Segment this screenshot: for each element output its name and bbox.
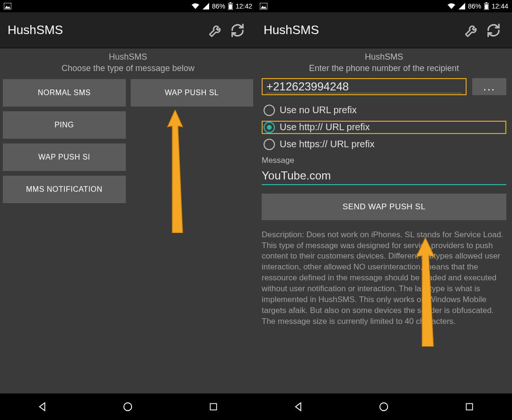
heading: HushSMS Choose the type of message below: [0, 48, 256, 79]
radio-label: Use http:// URL prefix: [280, 122, 370, 133]
status-bar: 86% 12:42: [0, 0, 256, 12]
battery-percent: 86%: [468, 2, 481, 10]
radio-no-prefix[interactable]: Use no URL prefix: [262, 104, 506, 117]
wap-push-sl-button[interactable]: WAP PUSH SL: [131, 79, 254, 107]
signal-icon: [459, 3, 465, 9]
heading-line1: HushSMS: [5, 51, 251, 63]
battery-icon: [228, 2, 233, 10]
home-button[interactable]: [109, 397, 147, 416]
heading-line1: HushSMS: [261, 51, 507, 63]
send-button[interactable]: SEND WAP PUSH SL: [262, 194, 506, 220]
svg-marker-17: [416, 238, 434, 347]
radio-label: Use https:// URL prefix: [280, 139, 374, 150]
contacts-button[interactable]: ...: [472, 78, 506, 95]
wrench-icon[interactable]: [461, 19, 483, 41]
phone-right: 86% 12:44 HushSMS HushSMS Enter the phon…: [256, 0, 512, 420]
wifi-icon: [191, 3, 200, 9]
ping-button[interactable]: PING: [3, 111, 126, 139]
svg-rect-16: [485, 4, 488, 9]
nav-bar: [0, 393, 256, 420]
phone-input[interactable]: [266, 80, 462, 93]
normal-sms-button[interactable]: NORMAL SMS: [3, 79, 126, 107]
refresh-icon[interactable]: [483, 19, 504, 41]
phone-input-highlight: [262, 78, 467, 95]
phone-left: 86% 12:42 HushSMS HushSMS Choose the typ…: [0, 0, 256, 420]
svg-marker-7: [168, 110, 183, 233]
clock: 12:42: [236, 2, 252, 10]
svg-marker-18: [296, 403, 301, 411]
wifi-icon: [447, 3, 456, 9]
radio-icon: [264, 139, 275, 150]
home-button[interactable]: [365, 397, 403, 416]
description-text: Description: Does not work on iPhones. S…: [262, 230, 506, 327]
radio-label: Use no URL prefix: [280, 105, 357, 116]
mms-notification-button[interactable]: MMS NOTIFICATION: [3, 176, 126, 203]
nav-bar: [256, 393, 512, 420]
action-bar: HushSMS: [256, 12, 512, 48]
radio-https-prefix[interactable]: Use https:// URL prefix: [262, 138, 506, 151]
svg-marker-1: [5, 6, 10, 9]
radio-http-prefix[interactable]: Use http:// URL prefix: [262, 121, 506, 134]
annotation-arrow: [415, 238, 436, 347]
svg-point-9: [124, 403, 132, 411]
heading-line2: Choose the type of message below: [5, 63, 251, 74]
svg-rect-5: [229, 4, 232, 9]
svg-marker-8: [40, 403, 45, 411]
app-title: HushSMS: [8, 23, 205, 37]
clock: 12:44: [492, 2, 508, 10]
svg-rect-10: [210, 403, 216, 410]
radio-icon: [264, 122, 275, 133]
wap-push-si-button[interactable]: WAP PUSH SI: [3, 143, 126, 171]
svg-marker-12: [261, 6, 266, 9]
svg-point-19: [380, 403, 388, 411]
message-input[interactable]: [262, 169, 506, 182]
signal-icon: [203, 3, 209, 9]
battery-percent: 86%: [212, 2, 225, 10]
wrench-icon[interactable]: [205, 19, 227, 41]
status-bar: 86% 12:44: [256, 0, 512, 12]
svg-marker-2: [203, 3, 209, 9]
action-bar: HushSMS: [0, 12, 256, 48]
message-label: Message: [262, 156, 506, 165]
refresh-icon[interactable]: [227, 19, 248, 41]
picture-icon: [4, 3, 11, 9]
battery-icon: [484, 2, 489, 10]
heading: HushSMS Enter the phone number of the re…: [256, 48, 512, 75]
heading-line2: Enter the phone number of the recipient: [261, 63, 507, 74]
back-button[interactable]: [24, 397, 62, 416]
svg-rect-20: [466, 403, 472, 410]
picture-icon: [260, 3, 267, 9]
back-button[interactable]: [280, 397, 318, 416]
recent-button[interactable]: [450, 397, 488, 416]
svg-marker-13: [459, 3, 465, 9]
app-title: HushSMS: [264, 23, 461, 37]
annotation-arrow: [166, 110, 185, 233]
recent-button[interactable]: [194, 397, 232, 416]
radio-icon: [264, 105, 275, 116]
